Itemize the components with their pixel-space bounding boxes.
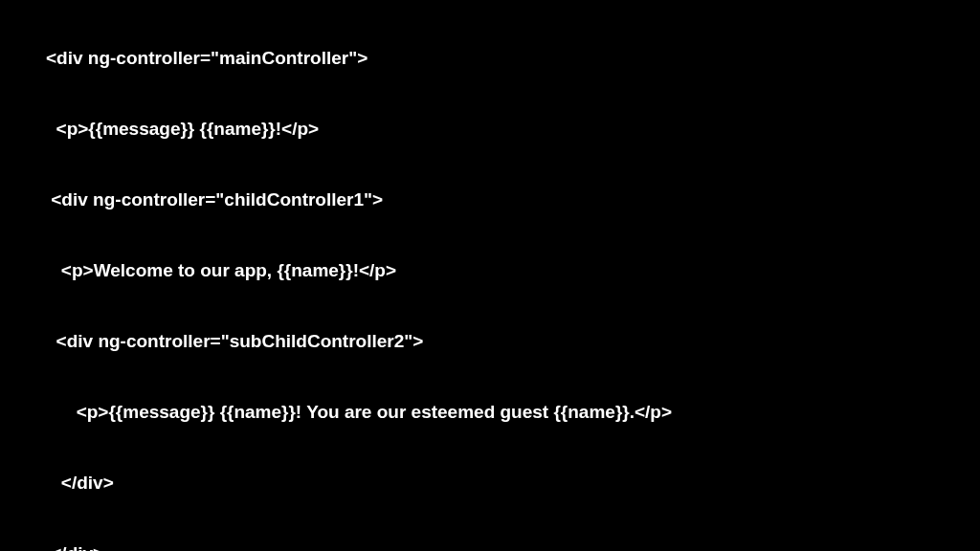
- code-line: </div>: [46, 472, 934, 496]
- code-snippet: <div ng-controller="mainController"> <p>…: [46, 23, 934, 551]
- code-line: <p>{{message}} {{name}}!</p>: [46, 118, 934, 142]
- code-line: <div ng-controller="mainController">: [46, 47, 934, 71]
- code-line: <div ng-controller="subChildController2"…: [46, 330, 934, 354]
- code-line: <div ng-controller="childController1">: [46, 188, 934, 212]
- code-line: <p>Welcome to our app, {{name}}!</p>: [46, 259, 934, 283]
- code-line: <p>{{message}} {{name}}! You are our est…: [46, 401, 934, 425]
- code-line: </div>: [46, 542, 934, 551]
